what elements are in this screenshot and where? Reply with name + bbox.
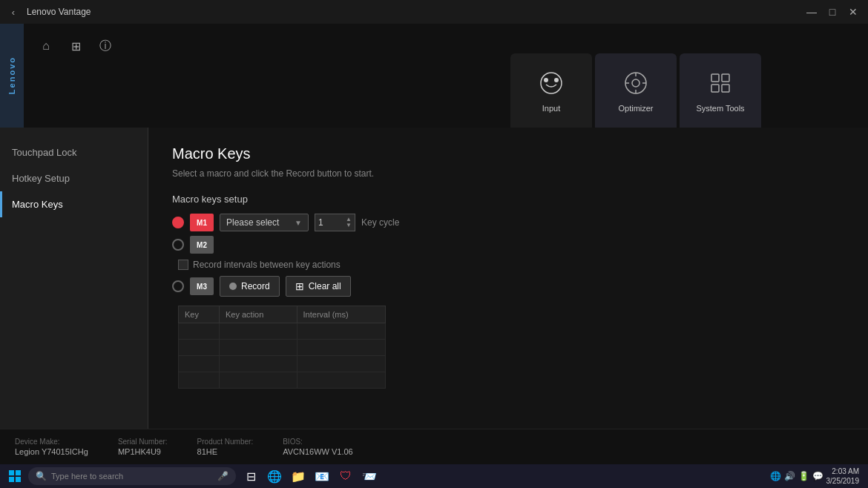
m1-select[interactable]: Please select ▼ xyxy=(220,214,309,231)
bios-info: BIOS: AVCN16WW V1.06 xyxy=(283,438,353,456)
minimize-button[interactable]: — xyxy=(803,3,821,21)
device-make-label: Device Make: xyxy=(15,438,88,446)
title-bar: ‹ Lenovo Vantage — □ ✕ xyxy=(0,0,868,24)
record-intervals-checkbox[interactable] xyxy=(178,260,188,270)
record-button[interactable]: Record xyxy=(220,276,280,297)
close-button[interactable]: ✕ xyxy=(844,3,862,21)
table-cell xyxy=(297,323,385,340)
window-controls: — □ ✕ xyxy=(803,3,862,21)
product-number-value: 81HE xyxy=(197,447,254,456)
table-row xyxy=(179,356,386,372)
table-cell xyxy=(297,340,385,356)
table-cell xyxy=(219,323,297,340)
m2-radio[interactable] xyxy=(172,239,184,251)
back-icon: ‹ xyxy=(12,7,15,18)
optimizer-tab-icon xyxy=(621,68,651,98)
sidebar-item-touchpad-lock[interactable]: Touchpad Lock xyxy=(0,139,148,165)
search-icon: 🔍 xyxy=(36,471,47,481)
home-icon[interactable]: ⌂ xyxy=(36,36,56,56)
security-icon[interactable]: 🛡 xyxy=(335,466,356,487)
sidebar-item-hotkey-setup[interactable]: Hotkey Setup xyxy=(0,165,148,191)
task-view-button[interactable]: ⊟ xyxy=(240,466,261,487)
tab-optimizer[interactable]: Optimizer xyxy=(595,53,677,128)
svg-point-4 xyxy=(632,79,640,87)
svg-rect-11 xyxy=(9,477,14,482)
file-explorer-icon[interactable]: 📁 xyxy=(288,466,309,487)
dropdown-arrow-icon: ▼ xyxy=(295,219,302,227)
info-icon[interactable]: ⓘ xyxy=(95,36,116,56)
m3-radio[interactable] xyxy=(172,280,184,292)
input-tab-icon xyxy=(536,68,566,98)
m3-badge: M3 xyxy=(190,277,214,295)
edge-browser-icon[interactable]: 🌐 xyxy=(264,466,285,487)
table-cell xyxy=(297,356,385,372)
device-make-value: Legion Y74015ICHg xyxy=(15,447,88,456)
search-placeholder: Type here to search xyxy=(51,472,123,481)
input-tab-label: Input xyxy=(542,104,560,113)
bios-label: BIOS: xyxy=(283,438,353,446)
table-row xyxy=(179,323,386,340)
product-number-label: Product Number: xyxy=(197,438,254,446)
grid-icon[interactable]: ⊞ xyxy=(65,36,86,56)
volume-icon[interactable]: 🔊 xyxy=(784,471,795,481)
taskbar-search[interactable]: 🔍 Type here to search 🎤 xyxy=(28,467,236,485)
back-button[interactable]: ‹ xyxy=(6,4,21,19)
record-intervals-label: Record intervals between key actions xyxy=(193,260,341,270)
app-title: Lenovo Vantage xyxy=(27,7,91,17)
title-bar-left: ‹ Lenovo Vantage xyxy=(6,4,91,19)
col-key: Key xyxy=(179,306,220,323)
table-cell xyxy=(297,372,385,389)
table-cell xyxy=(179,340,220,356)
page-subtitle: Select a macro and click the Record butt… xyxy=(172,168,844,179)
main-area: Touchpad Lock Hotkey Setup Macro Keys Ma… xyxy=(0,128,868,429)
system-clock: 2:03 AM 3/25/2019 xyxy=(826,466,860,486)
message-icon[interactable]: 📨 xyxy=(359,466,380,487)
key-cycle-label: Key cycle xyxy=(361,217,399,228)
header-icons: ⌂ ⊞ ⓘ xyxy=(36,36,116,56)
clear-label: Clear all xyxy=(309,281,341,291)
taskbar-right: 🌐 🔊 🔋 💬 2:03 AM 3/25/2019 xyxy=(770,466,866,486)
col-key-action: Key action xyxy=(219,306,297,323)
checkbox-row: Record intervals between key actions xyxy=(172,260,844,270)
cycle-input[interactable]: 1 ▲ ▼ xyxy=(315,214,355,231)
cycle-down-arrow[interactable]: ▼ xyxy=(346,222,352,228)
clear-all-button[interactable]: ⊞ Clear all xyxy=(286,276,351,297)
clear-icon: ⊞ xyxy=(295,280,304,292)
record-label: Record xyxy=(241,281,270,291)
table-cell xyxy=(219,356,297,372)
svg-point-0 xyxy=(541,73,562,93)
table-cell xyxy=(219,372,297,389)
cycle-value: 1 xyxy=(318,217,323,228)
device-make-info: Device Make: Legion Y74015ICHg xyxy=(15,438,88,456)
setup-label: Macro keys setup xyxy=(172,194,844,205)
table-cell xyxy=(179,372,220,389)
product-number-info: Product Number: 81HE xyxy=(197,438,254,456)
bios-value: AVCN16WW V1.06 xyxy=(283,447,353,456)
m1-row: M1 Please select ▼ 1 ▲ ▼ Key cycle xyxy=(172,214,844,231)
battery-icon[interactable]: 🔋 xyxy=(798,471,809,481)
taskbar-apps: ⊟ 🌐 📁 📧 🛡 📨 xyxy=(240,466,380,487)
tab-system-tools[interactable]: System Tools xyxy=(680,53,761,128)
start-button[interactable] xyxy=(3,466,27,487)
svg-rect-5 xyxy=(711,74,719,82)
serial-number-value: MP1HK4U9 xyxy=(118,447,168,456)
sidebar-item-macro-keys[interactable]: Macro Keys xyxy=(0,191,148,217)
m1-radio[interactable] xyxy=(172,217,184,228)
svg-point-2 xyxy=(554,78,559,82)
svg-rect-7 xyxy=(711,85,719,92)
notification-icon[interactable]: 💬 xyxy=(812,471,823,481)
mail-icon[interactable]: 📧 xyxy=(312,466,332,487)
svg-rect-6 xyxy=(722,74,729,82)
optimizer-tab-label: Optimizer xyxy=(618,104,653,113)
left-sidebar: Touchpad Lock Hotkey Setup Macro Keys xyxy=(0,128,148,429)
maximize-button[interactable]: □ xyxy=(823,3,841,21)
m1-badge: M1 xyxy=(190,214,214,231)
tab-input[interactable]: Input xyxy=(510,53,592,128)
status-bar: Device Make: Legion Y74015ICHg Serial Nu… xyxy=(0,429,868,464)
brand-name: Lenovo xyxy=(7,56,16,94)
top-header: Lenovo ⌂ ⊞ ⓘ Input xyxy=(0,24,868,128)
system-tools-tab-icon xyxy=(706,68,735,98)
m3-row: M3 Record ⊞ Clear all xyxy=(172,276,844,297)
table-cell xyxy=(179,323,220,340)
network-icon[interactable]: 🌐 xyxy=(770,471,781,481)
